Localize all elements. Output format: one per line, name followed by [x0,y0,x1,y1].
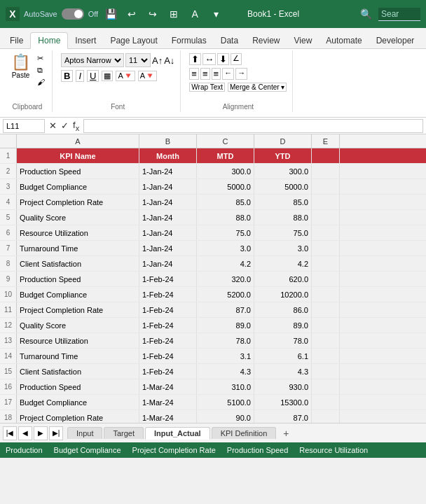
sheet-tab-input[interactable]: Input [67,427,102,439]
cell-c-5[interactable]: 88.0 [197,210,254,225]
cell-c-8[interactable]: 4.2 [197,256,254,271]
merge-center-button[interactable]: Merge & Center ▾ [228,83,287,92]
cell-c-2[interactable]: 300.0 [197,164,254,178]
cell-d-12[interactable]: 89.0 [254,318,312,332]
tab-review[interactable]: Review [245,33,287,48]
table-row[interactable]: 5Quality Score1-Jan-2488.088.0 [0,210,426,225]
underline-button[interactable]: U [87,70,99,82]
cell-d-7[interactable]: 3.0 [254,241,312,255]
indent-decrease-button[interactable]: ← [222,68,234,80]
sheet-nav-prev[interactable]: ◀ [18,426,32,440]
cell-a-3[interactable]: Budget Compliance [17,179,139,194]
tab-file[interactable]: File [3,33,30,48]
cell-a-9[interactable]: Production Speed [17,272,139,286]
sheet-tab-target[interactable]: Target [104,427,144,439]
table-row[interactable]: 16Production Speed1-Mar-24310.0930.0 [0,379,426,395]
autosave-toggle[interactable] [62,8,84,20]
tab-automate[interactable]: Automate [319,33,369,48]
sheet-tab-kpi-definition[interactable]: KPI Definition [212,427,277,439]
header-ytd[interactable]: YTD [254,148,312,163]
col-header-b[interactable]: B [139,134,197,148]
cell-d-3[interactable]: 5000.0 [254,179,312,194]
cell-c-3[interactable]: 5000.0 [197,179,254,194]
table-row[interactable]: 13Resource Utilization1-Feb-2478.078.0 [0,333,426,349]
header-mtd[interactable]: MTD [197,148,254,163]
cell-d-5[interactable]: 88.0 [254,210,312,225]
cell-b-13[interactable]: 1-Feb-24 [139,333,197,348]
tab-page-layout[interactable]: Page Layout [103,33,164,48]
search-input[interactable] [378,8,420,21]
format-painter-button[interactable]: 🖌 [36,77,46,87]
table-row[interactable]: 8Client Satisfaction1-Jan-244.24.2 [0,256,426,272]
angle-icon[interactable]: ∠ [231,53,242,65]
cell-d-10[interactable]: 10200.0 [254,287,312,302]
header-kpi-name[interactable]: KPI Name [17,148,139,163]
table-row[interactable]: 10Budget Compliance1-Feb-245200.010200.0 [0,287,426,302]
cell-d-18[interactable]: 87.0 [254,410,312,423]
cell-a-10[interactable]: Budget Compliance [17,287,139,302]
decrease-font-button[interactable]: A↓ [164,55,174,66]
cell-c-6[interactable]: 75.0 [197,225,254,240]
cell-a-14[interactable]: Turnaround Time [17,349,139,363]
cell-d-13[interactable]: 78.0 [254,333,312,348]
cell-c-13[interactable]: 78.0 [197,333,254,348]
table-row[interactable]: 14Turnaround Time1-Feb-243.16.1 [0,349,426,364]
cell-a-12[interactable]: Quality Score [17,318,139,332]
font-color-icon[interactable]: A [186,6,203,22]
indent-increase-button[interactable]: → [235,68,247,80]
cell-c-14[interactable]: 3.1 [197,349,254,363]
cell-a-17[interactable]: Budget Compliance [17,395,139,410]
table-row[interactable]: 3Budget Compliance1-Jan-245000.05000.0 [0,179,426,195]
insert-function-icon[interactable]: fx [71,120,81,132]
wrap-text-button[interactable]: Wrap Text [189,83,225,92]
search-icon[interactable]: 🔍 [357,6,374,22]
sheet-nav-last[interactable]: ▶| [49,426,63,440]
cell-a-6[interactable]: Resource Utilization [17,225,139,240]
col-header-c[interactable]: C [197,134,254,148]
table-row[interactable]: 2Production Speed1-Jan-24300.0300.0 [0,164,426,179]
cell-c-15[interactable]: 4.3 [197,364,254,379]
cell-b-3[interactable]: 1-Jan-24 [139,179,197,194]
align-middle-button[interactable]: ↔ [202,53,216,65]
font-color-button[interactable]: A🔻 [138,71,157,81]
cell-c-4[interactable]: 85.0 [197,195,254,209]
cell-d-4[interactable]: 85.0 [254,195,312,209]
table-row[interactable]: 4Project Completion Rate1-Jan-2485.085.0 [0,195,426,210]
table-row[interactable]: 9Production Speed1-Feb-24320.0620.0 [0,272,426,287]
sheet-tab-input-actual[interactable]: Input_Actual [145,427,210,440]
copy-button[interactable]: ⧉ [36,65,46,76]
align-right-button[interactable]: ≡ [212,68,221,80]
header-month[interactable]: Month [139,148,197,163]
align-center-button[interactable]: ≡ [200,68,210,80]
cut-button[interactable]: ✂ [36,53,46,64]
cell-a-2[interactable]: Production Speed [17,164,139,178]
formula-input[interactable] [83,119,423,133]
cell-a-18[interactable]: Project Completion Rate [17,410,139,423]
cell-d-11[interactable]: 86.0 [254,302,312,317]
cell-c-10[interactable]: 5200.0 [197,287,254,302]
cell-a-11[interactable]: Project Completion Rate [17,302,139,317]
increase-font-button[interactable]: A↑ [152,55,163,66]
cell-d-14[interactable]: 6.1 [254,349,312,363]
cell-b-4[interactable]: 1-Jan-24 [139,195,197,209]
cell-d-6[interactable]: 75.0 [254,225,312,240]
grid-icon[interactable]: ⊞ [165,6,182,22]
cell-d-8[interactable]: 4.2 [254,256,312,271]
cell-c-11[interactable]: 87.0 [197,302,254,317]
col-header-a[interactable]: A [17,134,139,148]
paste-button[interactable]: 📋 Paste [8,53,33,80]
tab-view[interactable]: View [287,33,320,48]
cell-d-15[interactable]: 4.3 [254,364,312,379]
table-row[interactable]: 12Quality Score1-Feb-2489.089.0 [0,318,426,333]
border-button[interactable]: ▦ [102,71,113,81]
bold-button[interactable]: B [61,70,73,82]
cell-b-10[interactable]: 1-Feb-24 [139,287,197,302]
col-header-e[interactable]: E [312,134,340,148]
cell-b-18[interactable]: 1-Mar-24 [139,410,197,423]
font-family-select[interactable]: Aptos Narrow [61,53,124,67]
cell-b-9[interactable]: 1-Feb-24 [139,272,197,286]
sheet-nav-next[interactable]: ▶ [34,426,48,440]
confirm-formula-icon[interactable]: ✓ [60,120,70,131]
tab-home[interactable]: Home [30,32,68,49]
redo-icon[interactable]: ↪ [144,6,161,22]
